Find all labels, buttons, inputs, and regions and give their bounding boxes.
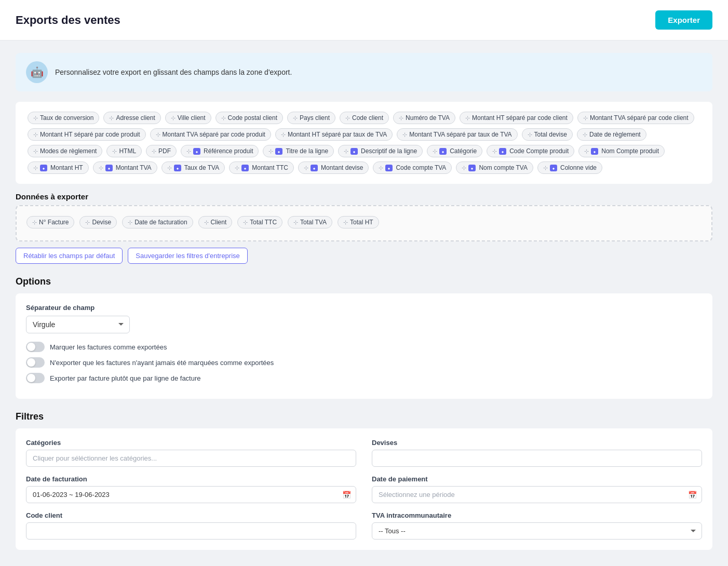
export-chip-date-facturation[interactable]: ⊹Date de facturation [122,216,193,228]
main-content: 🤖 Personnalisez votre export en glissant… [0,41,728,562]
tag-icon: ⬥ [591,148,598,155]
save-button[interactable]: Sauvegarder les filtres d'entreprise [128,248,247,264]
field-chip-montant-tva[interactable]: ⊹⬥Montant TVA [93,161,157,174]
toggle-label-3: Exporter par facture plutôt que par lign… [50,374,201,382]
devises-input[interactable] [372,450,702,467]
export-chip-total-ttc[interactable]: ⊹Total TTC [237,216,282,228]
chip-label: Montant devise [321,164,363,171]
code-client-group: Code client [26,511,356,540]
field-chip-montant-tva-par-code-client[interactable]: ⊹Montant TVA séparé par code client [577,112,694,124]
drag-icon: ⊹ [462,165,466,171]
fields-container: ⊹Taux de conversion⊹Adresse client⊹Ville… [26,110,702,176]
categories-input[interactable] [26,450,356,467]
export-chip-n-facture[interactable]: ⊹N° Facture [26,216,74,228]
drag-icon: ⊹ [152,148,156,155]
chip-label: Date de facturation [134,219,187,226]
tva-intracommunautaire-select[interactable]: -- Tous --OuiNon [372,522,702,540]
tva-intracommunautaire-label: TVA intracommunautaire [372,511,702,519]
tag-icon: ⬥ [105,165,113,171]
toggle-label-2: N'exporter que les factures n'ayant jama… [50,359,274,367]
banner-text: Personnalisez votre export en glissant d… [55,68,292,76]
chip-label: Total HT [350,219,373,226]
export-chip-client[interactable]: ⊹Client [198,216,233,228]
field-chip-montant-ht-par-taux-tva[interactable]: ⊹Montant HT séparé par taux de TVA [275,128,393,141]
tva-intracommunautaire-group: TVA intracommunautaire -- Tous --OuiNon [372,511,702,540]
field-chip-categorie[interactable]: ⊹⬥Catégorie [427,145,482,157]
chip-label: N° Facture [39,219,69,226]
chip-label: Montant HT séparé par code produit [40,131,140,138]
info-banner: 🤖 Personnalisez votre export en glissant… [16,53,712,91]
date-facturation-label: Date de facturation [26,475,356,483]
export-chip-total-ht[interactable]: ⊹Total HT [338,216,379,228]
chip-label: Montant TVA séparé par code client [590,114,689,122]
field-chip-adresse-client[interactable]: ⊹Adresse client [103,112,160,124]
drag-icon: ⊹ [32,219,37,226]
date-facturation-group: Date de facturation 📅 [26,475,356,503]
drag-icon: ⊹ [109,115,114,122]
chip-label: PDF [158,147,171,155]
drag-icon: ⊹ [33,165,38,171]
chip-label: Taux de TVA [184,164,220,171]
chip-label: Nom compte TVA [479,164,528,171]
toggle-3[interactable] [26,373,45,383]
field-chip-code-client[interactable]: ⊹Code client [340,112,389,124]
field-chip-date-reglement[interactable]: ⊹Date de règlement [577,128,646,141]
chip-label: Total TVA [300,219,327,226]
field-chip-montant-ttc[interactable]: ⊹⬥Montant TTC [229,161,294,174]
devises-group: Devises [372,439,702,467]
toggle-2[interactable] [26,357,45,368]
chip-label: Numéro de TVA [406,114,450,122]
field-chip-html[interactable]: ⊹HTML [106,145,142,157]
field-chip-montant-ht[interactable]: ⊹⬥Montant HT [28,161,89,174]
field-chip-montant-tva-par-code-produit[interactable]: ⊹Montant TVA séparé par code produit [150,128,271,141]
field-chip-taux-conversion[interactable]: ⊹Taux de conversion [28,112,99,124]
drag-icon: ⊹ [99,165,103,171]
field-chip-code-postal-client[interactable]: ⊹Code postal client [215,112,283,124]
field-chip-code-compte-tva[interactable]: ⊹⬥Code compte TVA [373,161,452,174]
chip-label: Total TTC [250,219,277,226]
date-paiement-input[interactable] [372,486,702,503]
chip-label: Montant TTC [252,164,288,171]
chip-label: Code Compte produit [509,147,569,155]
drag-icon: ⊹ [281,131,286,138]
field-chip-descriptif-ligne[interactable]: ⊹⬥Descriptif de la ligne [338,145,423,157]
field-chip-nom-compte-produit[interactable]: ⊹⬥Nom Compte produit [578,145,665,157]
separator-label: Séparateur de champ [26,304,702,312]
field-chip-montant-ht-par-code-produit[interactable]: ⊹Montant HT séparé par code produit [28,128,146,141]
field-chip-reference-produit[interactable]: ⊹⬥Référence produit [181,145,259,157]
field-chip-nom-compte-tva[interactable]: ⊹⬥Nom compte TVA [456,161,533,174]
action-buttons: Rétablir les champs par défaut Sauvegard… [16,248,712,264]
drag-icon: ⊹ [583,131,587,138]
drag-icon: ⊹ [128,219,132,226]
field-chip-montant-tva-par-taux-tva[interactable]: ⊹Montant TVA séparé par taux de TVA [397,128,517,141]
export-chip-total-tva[interactable]: ⊹Total TVA [288,216,332,228]
export-button[interactable]: Exporter [655,10,712,30]
export-chip-devise[interactable]: ⊹Devise [79,216,117,228]
date-facturation-wrapper: 📅 [26,486,356,503]
field-chip-ville-client[interactable]: ⊹Ville client [165,112,211,124]
toggle-1[interactable] [26,342,45,352]
field-chip-code-compte-produit[interactable]: ⊹⬥Code Compte produit [487,145,574,157]
field-chip-total-devise[interactable]: ⊹Total devise [522,128,573,141]
chip-label: HTML [119,147,136,155]
field-chip-numero-tva[interactable]: ⊹Numéro de TVA [393,112,455,124]
field-chip-titre-ligne[interactable]: ⊹⬥Titre de la ligne [263,145,334,157]
toggle-label-1: Marquer les factures comme exportées [50,343,167,351]
drag-icon: ⊹ [33,115,38,122]
field-chip-modes-reglement[interactable]: ⊹Modes de règlement [28,145,102,157]
field-chip-pdf[interactable]: ⊹PDF [146,145,177,157]
field-chip-montant-devise[interactable]: ⊹⬥Montant devise [298,161,369,174]
code-client-input[interactable] [26,522,356,540]
field-chip-pays-client[interactable]: ⊹Pays client [287,112,335,124]
available-fields-area: ⊹Taux de conversion⊹Adresse client⊹Ville… [16,102,712,184]
separator-select[interactable]: VirgulePoint-virguleTabulation [26,316,130,333]
drag-icon: ⊹ [167,165,172,171]
field-chip-taux-tva[interactable]: ⊹⬥Taux de TVA [161,161,225,174]
chip-label: Référence produit [204,147,253,155]
date-facturation-input[interactable] [26,486,356,503]
reset-button[interactable]: Rétablir les champs par défaut [16,248,123,264]
field-chip-montant-ht-par-code-client[interactable]: ⊹Montant HT séparé par code client [460,112,573,124]
chip-label: Montant TVA séparé par code produit [163,131,265,138]
field-chip-colonne-vide[interactable]: ⊹⬥Colonne vide [537,161,602,174]
tag-icon: ⬥ [40,165,47,171]
